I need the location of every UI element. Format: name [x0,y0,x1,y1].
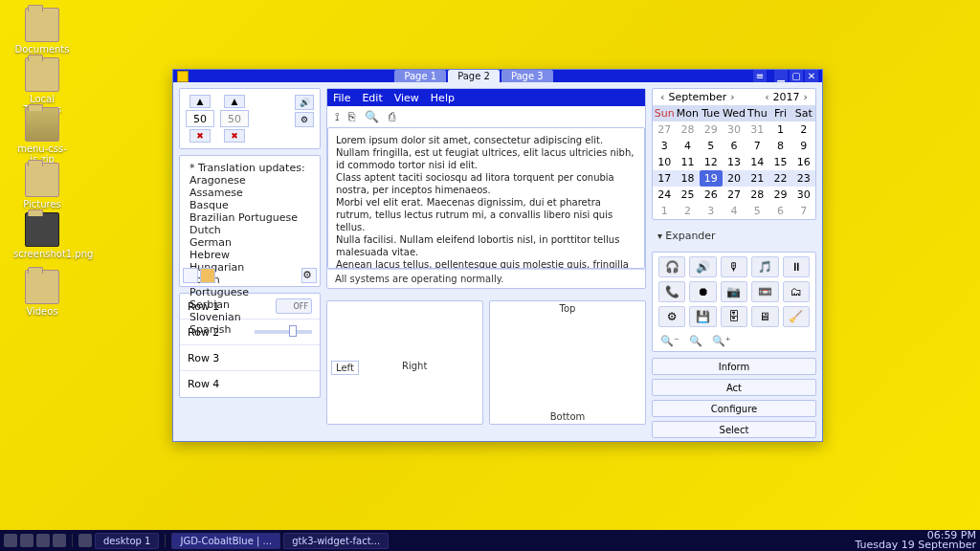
row-3[interactable]: Row 3 [180,345,320,371]
app-icon[interactable]: 🧹 [783,306,810,327]
tray-terminal-icon[interactable] [78,534,92,547]
titlebar[interactable]: Page 1 Page 2 Page 3 ≡ ▁ ▢ ✕ [173,70,822,82]
cal-month-prev[interactable]: ‹ [657,91,668,103]
cal-year-next[interactable]: › [800,91,812,103]
expander-toggle[interactable]: ▾ Expander [652,226,816,246]
cal-day[interactable]: 11 [676,154,699,170]
app-icon[interactable]: ⏸ [783,256,810,277]
desktop-icon-videos[interactable]: Videos [13,270,71,317]
cal-day[interactable]: 3 [700,203,723,219]
cal-day[interactable]: 5 [746,203,768,219]
inform-button[interactable]: Inform [652,358,816,375]
cal-day[interactable]: 2 [792,121,815,138]
cal-day[interactable]: 1 [768,121,791,138]
desktop-icon-documents[interactable]: Documents [13,8,71,55]
app-icon[interactable]: 🎙 [721,256,747,277]
language-item[interactable]: Basque [189,199,310,211]
menu-file[interactable]: File [333,92,350,104]
cal-day[interactable]: 30 [792,187,815,203]
tray-icon[interactable] [4,534,17,547]
zoom-out-icon[interactable]: 🔍⁻ [660,335,679,347]
task-button-2[interactable]: gtk3-widget-fact... [283,533,389,549]
spin2-up-button[interactable]: ▲ [224,95,245,108]
tab-page1[interactable]: Page 1 [394,70,446,82]
language-item[interactable]: Hebrew [189,249,310,261]
tray-icon[interactable] [53,534,66,547]
menu-edit[interactable]: Edit [362,92,382,104]
cal-day[interactable]: 17 [653,170,676,187]
cal-day[interactable]: 14 [746,154,768,170]
tab-page2[interactable]: Page 2 [448,70,500,82]
menu-help[interactable]: Help [431,92,455,104]
cal-day[interactable]: 29 [768,187,791,203]
app-icon[interactable]: 📷 [721,281,747,302]
list-settings-icon[interactable]: ⚙ [301,268,317,283]
desktop-icon-menucss[interactable]: menu-css-js.zip [13,107,71,165]
cal-day[interactable]: 10 [653,154,676,170]
row-4[interactable]: Row 4 [180,371,320,397]
app-icon[interactable]: 🗄 [721,306,747,327]
select-button[interactable]: Select [652,421,816,438]
row1-switch[interactable]: OFF [276,298,312,314]
maximize-icon[interactable]: ▢ [790,70,803,82]
cal-day[interactable]: 16 [792,154,815,170]
act-button[interactable]: Act [652,379,816,396]
cal-day[interactable]: 21 [746,170,768,187]
language-item[interactable]: Brazilian Portuguese [189,211,310,224]
spin2-down-button[interactable]: ✖ [224,129,245,143]
cal-day[interactable]: 20 [723,170,746,187]
tray-icon[interactable] [36,534,50,547]
app-icon[interactable]: 🖥 [751,306,778,327]
textarea[interactable]: Lorem ipsum dolor sit amet, consectetur … [327,127,645,269]
zoom-icon[interactable]: 🔍 [365,110,379,123]
cal-day[interactable]: 22 [768,170,791,187]
cal-day[interactable]: 12 [700,154,723,170]
cal-day[interactable]: 27 [653,121,676,138]
app-icon[interactable]: 🎧 [658,256,685,277]
spin1-up-button[interactable]: ▲ [189,95,211,108]
cal-day[interactable]: 27 [723,187,746,203]
cal-day[interactable]: 7 [746,138,768,154]
cal-day[interactable]: 15 [768,154,791,170]
desktop-icon-screenshot[interactable]: screenshot1.png [13,212,71,259]
cal-day[interactable]: 9 [792,138,815,154]
app-icon[interactable]: ⚙ [658,306,685,327]
cal-day[interactable]: 1 [653,203,676,219]
cal-day[interactable]: 25 [676,187,699,203]
spin1-input[interactable] [186,110,214,127]
tab-page3[interactable]: Page 3 [501,70,553,82]
cal-day[interactable]: 31 [746,121,768,138]
cal-day[interactable]: 28 [746,187,768,203]
row2-slider[interactable] [255,330,312,334]
spin1-down-button[interactable]: ✖ [189,129,211,143]
settings-small-icon[interactable]: ⚙ [295,112,314,127]
cal-day[interactable]: 6 [723,138,746,154]
cal-day[interactable]: 4 [723,203,746,219]
cal-day[interactable]: 13 [723,154,746,170]
cal-year-prev[interactable]: ‹ [761,91,772,103]
language-item[interactable]: Portuguese [189,286,310,298]
frame-left-label[interactable]: Left [331,361,359,375]
app-icon[interactable]: 🔊 [689,256,716,277]
language-item[interactable]: Aragonese [189,174,310,187]
app-icon[interactable]: 🎵 [751,256,778,277]
menu-icon[interactable]: ≡ [753,70,767,82]
copy-icon[interactable]: ⎘ [348,110,355,123]
app-icon[interactable]: 📼 [751,281,778,302]
workspace-button[interactable]: desktop 1 [95,533,159,549]
cal-day[interactable]: 6 [768,203,791,219]
app-icon[interactable]: 💾 [689,306,716,327]
bookmark-icon[interactable]: ⟟ [335,110,339,123]
cal-day[interactable]: 29 [700,121,723,138]
zoom-reset-icon[interactable]: 🔍 [689,335,702,347]
cal-day[interactable]: 7 [792,203,815,219]
cal-day[interactable]: 24 [653,187,676,203]
cal-day[interactable]: 3 [653,138,676,154]
view-grid-icon[interactable] [200,268,215,283]
app-icon[interactable]: 📞 [658,281,685,302]
cal-day[interactable]: 30 [723,121,746,138]
task-button-1[interactable]: JGD-CobaltBlue | ... [171,533,280,549]
view-list-icon[interactable] [183,268,198,283]
cal-day[interactable]: 8 [768,138,791,154]
configure-button[interactable]: Configure [652,400,816,417]
